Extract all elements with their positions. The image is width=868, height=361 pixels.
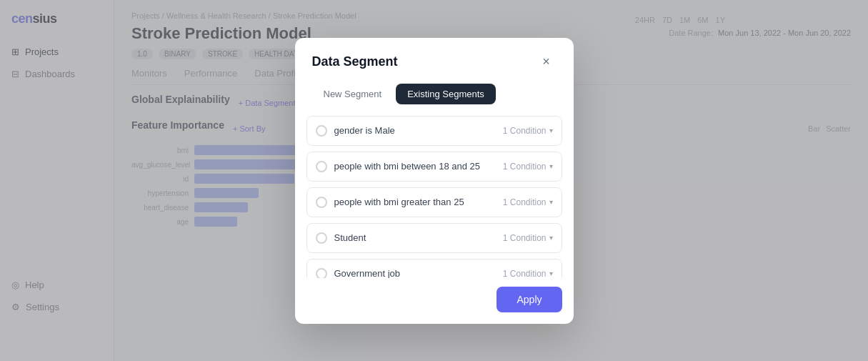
segment-radio[interactable] [316,125,327,137]
segment-label: Government job [334,268,496,278]
segment-radio[interactable] [316,161,327,172]
segment-label: gender is Male [334,125,496,136]
tab-existing-segments[interactable]: Existing Segments [396,84,496,104]
chevron-down-icon: ▾ [549,127,553,134]
segment-condition: 1 Condition ▾ [503,162,553,172]
segment-label: people with bmi greater than 25 [334,197,496,207]
close-button[interactable]: × [537,52,557,72]
segment-radio[interactable] [316,232,327,244]
segment-condition: 1 Condition ▾ [503,126,553,136]
segment-radio[interactable] [316,197,327,208]
segment-label: people with bmi between 18 and 25 [334,161,496,172]
chevron-down-icon: ▾ [549,269,553,277]
segment-radio[interactable] [316,268,327,278]
list-item[interactable]: people with bmi greater than 25 1 Condit… [306,187,562,217]
chevron-down-icon: ▾ [549,162,553,170]
list-item[interactable]: Student 1 Condition ▾ [306,223,562,253]
segment-condition: 1 Condition ▾ [503,233,553,243]
modal-title: Data Segment [312,54,398,69]
modal-overlay[interactable]: Data Segment × New Segment Existing Segm… [0,0,868,361]
segment-condition: 1 Condition ▾ [503,197,553,207]
list-item[interactable]: gender is Male 1 Condition ▾ [306,116,562,146]
modal-footer: Apply [295,278,574,324]
chevron-down-icon: ▾ [549,198,553,206]
segment-label: Student [334,232,496,243]
apply-button[interactable]: Apply [497,287,562,312]
modal-tabs: New Segment Existing Segments [295,84,574,116]
segment-condition: 1 Condition ▾ [503,269,553,278]
segments-list: gender is Male 1 Condition ▾ people with… [295,116,574,278]
data-segment-modal: Data Segment × New Segment Existing Segm… [295,38,574,324]
modal-header: Data Segment × [295,38,574,84]
chevron-down-icon: ▾ [549,234,553,242]
tab-new-segment[interactable]: New Segment [312,84,394,104]
list-item[interactable]: people with bmi between 18 and 25 1 Cond… [306,152,562,182]
list-item[interactable]: Government job 1 Condition ▾ [306,259,562,278]
